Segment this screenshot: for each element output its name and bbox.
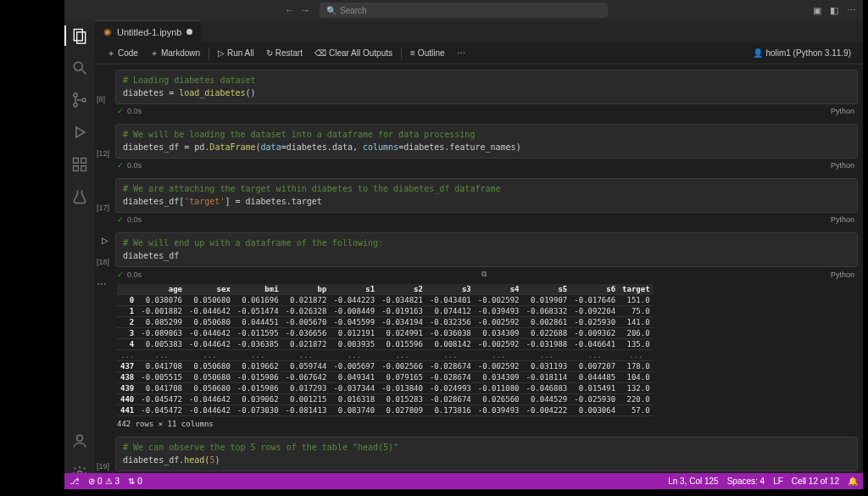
success-check-icon: ✓ xyxy=(117,161,124,170)
run-all-button[interactable]: ▷Run All xyxy=(213,47,259,59)
indentation[interactable]: Spaces: 4 xyxy=(727,476,765,486)
table-row: 440-0.045472-0.0446420.0390620.0012150.0… xyxy=(117,394,654,405)
success-check-icon: ✓ xyxy=(117,270,124,279)
command-center-search[interactable]: 🔍 Search xyxy=(320,3,608,18)
explorer-icon[interactable] xyxy=(71,27,88,44)
svg-marker-7 xyxy=(76,127,85,137)
eol[interactable]: LF xyxy=(773,476,783,486)
cell-position[interactable]: Cell 12 of 12 xyxy=(792,476,839,486)
code-cell[interactable]: ▷# We will end up with a dataframe of th… xyxy=(115,232,858,428)
layout-panel-icon[interactable]: ▣ xyxy=(813,5,821,16)
svg-line-3 xyxy=(82,70,86,75)
tab-filename: Untitled-1.ipynb xyxy=(117,27,181,37)
search-icon[interactable] xyxy=(71,59,88,76)
table-row: 441-0.045472-0.044642-0.073030-0.0814130… xyxy=(117,405,654,416)
table-row: 40.005383-0.044642-0.0363850.0218720.003… xyxy=(117,339,654,350)
person-icon: 👤 xyxy=(753,48,763,58)
notifications-bell-icon[interactable]: 🔔 xyxy=(848,476,858,486)
svg-rect-11 xyxy=(81,159,86,164)
run-cell-icon[interactable]: ▷ xyxy=(102,236,108,245)
svg-point-4 xyxy=(74,93,77,97)
dataframe-shape: 442 rows × 11 columns xyxy=(117,420,858,428)
cell-status: ✓0.0sPython xyxy=(117,161,858,170)
layout-sidebar-icon[interactable]: ◧ xyxy=(830,5,838,16)
clear-outputs-button[interactable]: ⌫Clear All Outputs xyxy=(309,47,398,59)
table-row: 00.0380760.0506800.0616960.021872-0.0442… xyxy=(117,295,654,306)
svg-point-6 xyxy=(82,98,86,102)
svg-rect-0 xyxy=(74,30,82,41)
code-cell[interactable]: # We will be loading the dataset into a … xyxy=(115,124,858,170)
tab-bar: ◉ Untitled-1.ipynb xyxy=(95,20,863,42)
remote-indicator[interactable]: ⎇ xyxy=(70,476,80,486)
title-bar: ← → 🔍 Search ▣ ◧ ⋯ xyxy=(64,0,863,20)
table-row: 4390.0417080.050680-0.0159060.017293-0.0… xyxy=(117,383,654,394)
notebook-body[interactable]: # Loading diabetes dataset diabetes = lo… xyxy=(95,64,863,487)
activity-bar xyxy=(64,20,95,482)
accounts-icon[interactable] xyxy=(71,432,88,449)
execution-count: [8] xyxy=(97,95,105,103)
kernel-picker[interactable]: 👤 holim1 (Python 3.11.9) xyxy=(748,47,856,59)
svg-point-2 xyxy=(74,62,82,70)
source-control-icon[interactable] xyxy=(71,92,88,109)
svg-rect-9 xyxy=(74,166,79,171)
code-editor[interactable]: # We are attaching the target within dia… xyxy=(115,178,858,213)
success-check-icon: ✓ xyxy=(117,107,124,115)
code-editor[interactable]: # We will end up with a dataframe of the… xyxy=(115,232,858,267)
table-row: 3-0.089063-0.044642-0.011595-0.0366560.0… xyxy=(117,328,654,339)
table-row: 20.0852990.0506800.044451-0.005670-0.045… xyxy=(117,317,654,328)
table-row: 4370.0417080.0506800.0196620.059744-0.00… xyxy=(117,361,654,372)
code-editor[interactable]: # We will be loading the dataset into a … xyxy=(115,124,858,159)
dataframe-output: agesexbmibps1s2s3s4s5s6target00.0380760.… xyxy=(117,284,858,428)
ports-indicator[interactable]: ⇅0 xyxy=(128,476,142,486)
code-cell[interactable]: # Loading diabetes dataset diabetes = lo… xyxy=(115,70,858,115)
nav-forward-icon[interactable]: → xyxy=(300,4,310,16)
cell-more-actions-icon[interactable]: ⋯ xyxy=(97,278,107,290)
restart-button[interactable]: ↻Restart xyxy=(261,47,308,59)
extensions-icon[interactable] xyxy=(71,156,88,173)
dirty-indicator-icon xyxy=(186,29,192,35)
svg-point-5 xyxy=(74,103,77,107)
toolbar-more-button[interactable]: ⋯ xyxy=(452,47,470,59)
cursor-position[interactable]: Ln 3, Col 125 xyxy=(668,476,719,486)
svg-rect-8 xyxy=(74,159,79,164)
svg-point-12 xyxy=(77,435,83,441)
run-debug-icon[interactable] xyxy=(71,124,88,141)
execution-count: [18] xyxy=(97,258,109,266)
status-bar: ⎇ ⊘0 ⚠3 ⇅0 Ln 3, Col 125 Spaces: 4 LF Ce… xyxy=(64,473,863,489)
execution-count: [17] xyxy=(97,203,109,212)
copy-icon[interactable]: ⧉ xyxy=(481,270,487,279)
code-cell[interactable]: # We are attaching the target within dia… xyxy=(115,178,858,224)
table-row: 438-0.0055150.050680-0.015906-0.0676420.… xyxy=(117,372,654,383)
cell-status: ✓0.0sPython xyxy=(117,107,858,115)
nav-back-icon[interactable]: ← xyxy=(285,4,295,16)
add-markdown-button[interactable]: ＋Markdown xyxy=(145,46,205,61)
execution-count: [19] xyxy=(97,462,109,471)
cell-status: ✓0.0sPython xyxy=(117,215,858,224)
svg-rect-1 xyxy=(77,32,86,43)
tab-notebook[interactable]: ◉ Untitled-1.ipynb xyxy=(95,20,201,42)
notebook-toolbar: ＋Code ＋Markdown ▷Run All ↻Restart ⌫Clear… xyxy=(95,42,863,64)
add-code-button[interactable]: ＋Code xyxy=(102,46,143,61)
search-placeholder: Search xyxy=(340,6,367,15)
testing-icon[interactable] xyxy=(71,188,88,205)
code-editor[interactable]: # Loading diabetes dataset diabetes = lo… xyxy=(115,70,858,104)
cell-status: ✓0.0s⧉Python xyxy=(117,270,858,279)
success-check-icon: ✓ xyxy=(117,215,124,224)
execution-count: [12] xyxy=(97,149,109,158)
search-icon: 🔍 xyxy=(326,6,337,15)
problems-indicator[interactable]: ⊘0 ⚠3 xyxy=(88,476,120,486)
more-icon[interactable]: ⋯ xyxy=(847,5,856,16)
svg-rect-10 xyxy=(81,166,86,171)
table-row: 1-0.001882-0.044642-0.051474-0.026328-0.… xyxy=(117,306,654,317)
jupyter-icon: ◉ xyxy=(103,26,112,37)
outline-button[interactable]: ≡Outline xyxy=(405,47,450,59)
code-editor[interactable]: # We can observe the top 5 rows of the t… xyxy=(115,437,858,471)
